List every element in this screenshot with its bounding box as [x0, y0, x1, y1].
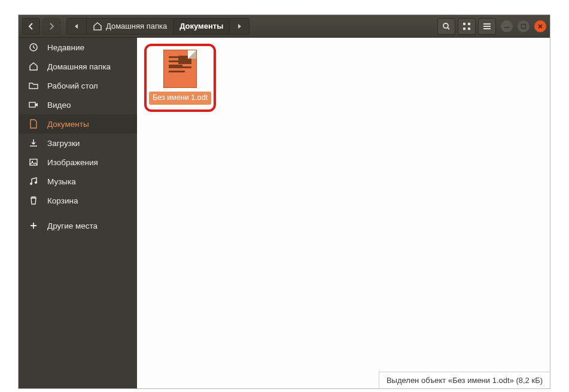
document-icon	[28, 119, 39, 129]
path-back-segment[interactable]	[67, 19, 87, 34]
view-grid-button[interactable]	[458, 18, 476, 35]
status-bar: Выделен объект «Без имени 1.odt» (8,2 кБ…	[379, 372, 550, 388]
sidebar-item-downloads[interactable]: Загрузки	[19, 133, 137, 153]
svg-rect-1	[463, 23, 465, 25]
sidebar: Недавние Домашняя папка Рабочий стол Вид…	[19, 38, 137, 388]
triangle-left-icon	[72, 22, 81, 31]
sidebar-item-label: Видео	[47, 101, 71, 110]
hamburger-icon	[482, 22, 492, 31]
sidebar-item-label: Загрузки	[47, 139, 80, 148]
path-segment-label: Документы	[179, 22, 223, 31]
sidebar-item-trash[interactable]: Корзина	[19, 191, 137, 210]
svg-rect-3	[463, 28, 465, 30]
file-selection-highlight: Без имени 1.odt	[144, 44, 216, 112]
download-icon	[28, 138, 39, 148]
svg-rect-5	[522, 24, 526, 28]
chevron-left-icon	[26, 22, 36, 31]
minimize-icon	[504, 23, 510, 29]
path-segment-label: Домашняя папка	[106, 22, 167, 31]
home-icon	[28, 62, 39, 71]
trash-icon	[28, 196, 39, 205]
forward-button[interactable]	[42, 18, 60, 35]
sidebar-item-documents[interactable]: Документы	[19, 114, 137, 133]
home-icon	[93, 22, 102, 31]
file-manager-window: Домашняя папка Документы	[18, 14, 550, 389]
maximize-button[interactable]	[518, 20, 530, 32]
menu-button[interactable]	[478, 18, 496, 35]
folder-icon	[28, 81, 39, 90]
sidebar-item-label: Музыка	[47, 177, 76, 186]
sidebar-item-label: Рабочий стол	[47, 81, 98, 90]
svg-point-10	[30, 183, 32, 185]
maximize-icon	[521, 23, 527, 29]
svg-rect-4	[468, 28, 470, 30]
sidebar-item-label: Недавние	[47, 43, 84, 52]
sidebar-item-other[interactable]: Другие места	[19, 216, 137, 235]
sidebar-item-recent[interactable]: Недавние	[19, 38, 137, 57]
sidebar-item-label: Корзина	[47, 196, 78, 205]
svg-rect-7	[29, 102, 35, 107]
search-button[interactable]	[437, 18, 455, 35]
sidebar-item-videos[interactable]: Видео	[19, 95, 137, 114]
close-icon	[537, 23, 543, 29]
sidebar-item-label: Изображения	[47, 158, 98, 167]
sidebar-item-home[interactable]: Домашняя папка	[19, 57, 137, 76]
clock-icon	[28, 42, 39, 52]
path-segment-home[interactable]: Домашняя папка	[87, 19, 174, 34]
close-button[interactable]	[534, 20, 546, 32]
main-pane[interactable]: Без имени 1.odt Выделен объект «Без имен…	[137, 38, 550, 388]
video-icon	[28, 100, 39, 110]
sidebar-item-label: Домашняя папка	[47, 62, 111, 71]
path-bar: Домашняя папка Документы	[66, 18, 249, 35]
sidebar-item-label: Другие места	[47, 221, 98, 230]
svg-point-0	[443, 23, 448, 28]
odt-file-icon[interactable]	[163, 50, 197, 88]
triangle-right-icon	[235, 22, 244, 31]
sidebar-item-label: Документы	[47, 120, 89, 129]
status-text: Выделен объект «Без имени 1.odt» (8,2 кБ…	[387, 376, 543, 385]
chevron-right-icon	[47, 22, 56, 31]
svg-rect-2	[468, 23, 470, 25]
path-forward-segment[interactable]	[230, 19, 249, 34]
picture-icon	[28, 157, 39, 167]
svg-rect-8	[30, 159, 37, 165]
minimize-button[interactable]	[501, 20, 513, 32]
plus-icon	[28, 221, 39, 230]
page-fold-icon	[188, 50, 196, 59]
svg-point-11	[35, 181, 37, 184]
file-name-label[interactable]: Без имени 1.odt	[149, 92, 211, 105]
titlebar: Домашняя папка Документы	[19, 15, 550, 38]
sidebar-item-music[interactable]: Музыка	[19, 172, 137, 191]
search-icon	[442, 22, 451, 31]
back-button[interactable]	[22, 18, 40, 35]
sidebar-item-desktop[interactable]: Рабочий стол	[19, 76, 137, 95]
grid-icon	[462, 22, 471, 31]
path-segment-documents[interactable]: Документы	[174, 19, 230, 34]
music-icon	[28, 177, 39, 186]
window-body: Недавние Домашняя папка Рабочий стол Вид…	[19, 38, 550, 388]
sidebar-item-pictures[interactable]: Изображения	[19, 153, 137, 172]
